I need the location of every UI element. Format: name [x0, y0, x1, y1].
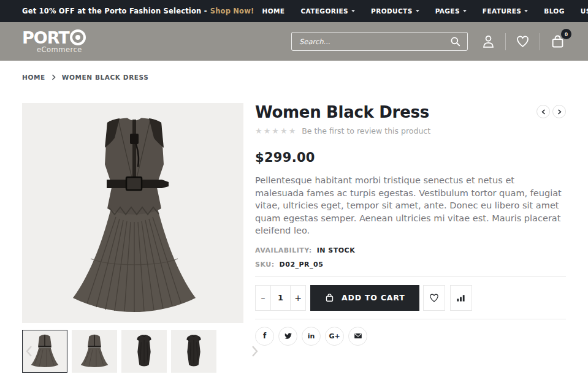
star-icon [272, 126, 279, 135]
product-title: Women Black Dress [255, 103, 566, 121]
search-button[interactable] [443, 32, 467, 50]
next-product-button[interactable] [552, 105, 566, 118]
quantity-increase-button[interactable]: + [290, 285, 306, 311]
logo-text: PORT [22, 29, 69, 46]
divider [255, 319, 566, 319]
breadcrumb: HOME WOMEN BLACK DRESS [0, 61, 588, 81]
product-main-image[interactable] [22, 103, 243, 323]
bar-chart-icon [456, 293, 465, 302]
top-navigation: HOME CATEGORIES PRODUCTS PAGES FEATURES … [254, 7, 588, 15]
product-pager [536, 105, 566, 118]
wishlist-button[interactable] [515, 34, 530, 49]
nav-item-home[interactable]: HOME [254, 7, 292, 15]
account-button[interactable] [481, 34, 496, 49]
porto-logo[interactable]: PORT eCommerce [22, 29, 86, 54]
chevron-down-icon [524, 10, 528, 12]
social-share-row: f in G+ [255, 327, 566, 346]
chevron-down-icon [351, 10, 355, 12]
quantity-decrease-button[interactable]: – [255, 285, 271, 311]
envelope-icon [354, 332, 362, 340]
header-divider [540, 33, 540, 50]
header-actions: 0 [481, 33, 566, 50]
divider [255, 276, 566, 277]
promo-shop-now-link[interactable]: Shop Now! [210, 7, 254, 15]
breadcrumb-current-page: WOMEN BLACK DRESS [62, 74, 149, 81]
add-to-compare-button[interactable] [450, 285, 472, 311]
rating-stars [255, 126, 297, 135]
add-to-wishlist-button[interactable] [423, 285, 445, 311]
nav-item-products[interactable]: PRODUCTS [363, 7, 427, 15]
promo-message: Get 10% OFF at the Porto Fashion Selecti… [22, 7, 254, 15]
linkedin-icon: in [308, 332, 315, 340]
star-icon [255, 126, 262, 135]
thumbnails-prev-button[interactable] [26, 345, 32, 357]
star-icon [264, 126, 271, 135]
previous-product-button[interactable] [536, 105, 550, 118]
product-gallery [22, 103, 243, 373]
product-price: $299.00 [255, 150, 566, 165]
nav-item-pages[interactable]: PAGES [427, 7, 475, 15]
share-email-button[interactable] [348, 327, 367, 346]
availability-row: AVAILABILITY: IN STOCK [255, 246, 566, 254]
quantity-stepper: – + [255, 285, 306, 311]
chevron-right-icon [557, 109, 562, 115]
add-to-cart-label: ADD TO CART [342, 293, 405, 302]
availability-value: IN STOCK [317, 246, 356, 254]
search-input[interactable] [292, 37, 443, 46]
currency-selector-usd[interactable]: USD [573, 7, 588, 15]
googleplus-icon: G+ [329, 332, 340, 340]
twitter-icon [284, 332, 292, 340]
cart-count-badge: 0 [561, 29, 571, 39]
product-description: Pellentesque habitant morbi tristique se… [255, 174, 566, 237]
quantity-input[interactable] [271, 285, 290, 311]
share-facebook-button[interactable]: f [255, 327, 274, 346]
heart-icon [515, 34, 530, 49]
breadcrumb-home[interactable]: HOME [22, 74, 45, 81]
star-icon [280, 126, 288, 135]
user-icon [481, 34, 496, 49]
search-box [291, 32, 468, 51]
share-twitter-button[interactable] [278, 327, 297, 346]
nav-item-features[interactable]: FEATURES [475, 7, 536, 15]
cart-button[interactable]: 0 [549, 33, 566, 50]
availability-label: AVAILABILITY: [255, 246, 312, 254]
site-header: PORT eCommerce [0, 22, 588, 61]
product-info: Women Black Dress Be the first to review… [255, 103, 566, 373]
thumbnail-3[interactable] [121, 330, 167, 373]
sku-value: D02_PR_05 [280, 261, 324, 268]
header-divider [505, 33, 506, 50]
first-review-link[interactable]: Be the first to review this product [302, 126, 430, 135]
logo-subtext: eCommerce [22, 47, 86, 54]
facebook-icon: f [263, 332, 266, 340]
promo-text: Get 10% OFF at the Porto Fashion Selecti… [22, 7, 207, 15]
heart-icon [429, 292, 440, 303]
thumbnail-2[interactable] [72, 330, 117, 373]
purchase-actions: – + ADD TO CART [255, 285, 566, 311]
nav-item-blog[interactable]: BLOG [536, 7, 572, 15]
share-googleplus-button[interactable]: G+ [325, 327, 344, 346]
search-icon [449, 36, 461, 47]
product-page: Women Black Dress Be the first to review… [0, 103, 588, 373]
logo-target-circle-icon [70, 29, 86, 45]
sku-row: SKU: D02_PR_05 [255, 261, 566, 268]
share-linkedin-button[interactable]: in [302, 327, 321, 346]
thumbnail-strip [22, 330, 243, 373]
add-to-cart-button[interactable]: ADD TO CART [310, 285, 419, 311]
star-icon [289, 126, 296, 135]
chevron-down-icon [463, 10, 467, 12]
rating-row: Be the first to review this product [255, 126, 566, 135]
thumbnail-4[interactable] [171, 330, 216, 373]
shopping-bag-icon [324, 292, 335, 303]
chevron-down-icon [416, 10, 419, 12]
sku-label: SKU: [255, 261, 275, 268]
chevron-left-icon [541, 109, 546, 115]
chevron-left-icon [26, 345, 32, 357]
chevron-right-icon [52, 74, 56, 80]
nav-item-categories[interactable]: CATEGORIES [292, 7, 363, 15]
top-bar: Get 10% OFF at the Porto Fashion Selecti… [0, 0, 588, 22]
